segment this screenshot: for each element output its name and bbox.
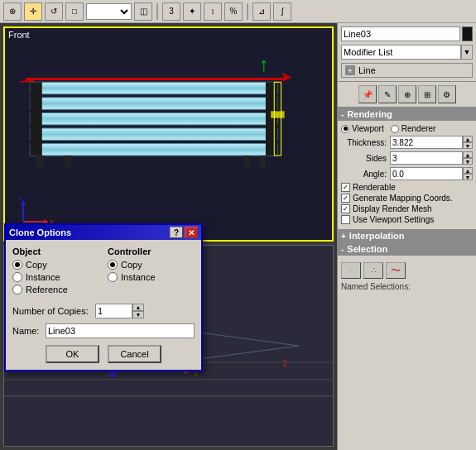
svg-rect-12 — [271, 111, 285, 117]
num-copies-up[interactable]: ▲ — [132, 304, 144, 311]
angle-spinner: ▲ ▼ — [463, 167, 473, 180]
right-panel: ▼ + Line 📌 ✎ ⊕ ⊞ ⚙ - Rendering Viewport — [337, 23, 476, 450]
line-modifier-label: Line — [358, 65, 376, 75]
ctrl-copy-radio[interactable] — [108, 260, 118, 270]
selection-section: · ∴ 〜 Named Selections: — [338, 256, 476, 294]
thickness-input[interactable] — [390, 136, 463, 149]
utility-icon[interactable]: ⚙ — [438, 85, 456, 103]
renderable-row: Renderable — [341, 183, 473, 192]
toolbar-btn-11[interactable]: ∫ — [273, 2, 291, 21]
angle-row: Angle: ▲ ▼ — [341, 167, 473, 180]
line-modifier-expand[interactable]: + — [345, 65, 355, 75]
rendering-section-header[interactable]: - Rendering — [338, 108, 476, 121]
num-copies-down[interactable]: ▼ — [132, 311, 144, 318]
display-render-row: Display Render Mesh — [341, 204, 473, 213]
object-name-row — [341, 26, 473, 41]
right-toolbar: 📌 ✎ ⊕ ⊞ ⚙ — [338, 82, 476, 108]
thickness-spinner: ▲ ▼ — [463, 136, 473, 149]
instance-radio[interactable] — [12, 272, 22, 282]
toolbar-btn-5[interactable]: ◫ — [134, 2, 152, 21]
reference-radio[interactable] — [12, 285, 22, 294]
num-copies-input[interactable] — [95, 304, 132, 318]
renderable-checkbox[interactable] — [341, 183, 350, 192]
modifier-list-arrow[interactable]: ▼ — [461, 45, 473, 60]
dialog-help-button[interactable]: ? — [170, 227, 183, 238]
line-modifier-item[interactable]: + Line — [341, 63, 473, 78]
thickness-up[interactable]: ▲ — [463, 136, 473, 142]
dialog-close-button[interactable]: ✕ — [185, 227, 198, 238]
edit-icon[interactable]: ✎ — [378, 85, 397, 103]
controller-group-label: Controller — [108, 247, 195, 256]
object-name-input[interactable] — [341, 26, 460, 41]
view-dropdown[interactable]: View — [86, 3, 132, 20]
rendering-toggle[interactable]: - — [341, 110, 344, 119]
bench-graphic — [22, 74, 295, 167]
toolbar-btn-8[interactable]: ↕ — [204, 2, 222, 21]
vertex-btn-3[interactable]: 〜 — [386, 262, 406, 279]
viewport-radio[interactable] — [341, 125, 349, 133]
link-icon[interactable]: ⊕ — [398, 85, 416, 103]
dialog-action-buttons: OK Cancel — [12, 345, 195, 363]
display-render-checkbox[interactable] — [341, 204, 350, 213]
svg-rect-1 — [30, 98, 277, 109]
sides-down[interactable]: ▼ — [463, 158, 473, 165]
name-input[interactable] — [46, 323, 195, 338]
ctrl-copy-radio-label: Copy — [121, 260, 142, 270]
thickness-down[interactable]: ▼ — [463, 142, 473, 149]
object-color-swatch[interactable] — [462, 26, 473, 41]
controller-group: Controller Copy Instance — [108, 247, 195, 297]
pin-icon[interactable]: 📌 — [358, 85, 377, 103]
toolbar-btn-2[interactable]: ✛ — [24, 2, 42, 21]
sides-up[interactable]: ▲ — [463, 151, 473, 158]
toolbar-btn-10[interactable]: ⊿ — [252, 2, 271, 21]
thickness-label: Thickness: — [341, 138, 387, 147]
use-viewport-checkbox[interactable] — [341, 215, 350, 224]
renderer-radio-label: Renderer — [401, 124, 436, 133]
svg-rect-10 — [259, 156, 266, 167]
sides-row: Sides ▲ ▼ — [341, 151, 473, 165]
toolbar-btn-3[interactable]: ↺ — [45, 2, 63, 21]
interpolation-section-header[interactable]: + Interpolation — [338, 229, 476, 242]
toolbar-btn-4[interactable]: □ — [65, 2, 84, 21]
selection-section-header[interactable]: - Selection — [338, 242, 476, 256]
name-row: Name: — [12, 323, 195, 338]
sides-input[interactable] — [390, 151, 463, 165]
interpolation-toggle[interactable]: + — [341, 232, 346, 241]
angle-up[interactable]: ▲ — [463, 167, 473, 174]
renderer-radio[interactable] — [391, 125, 399, 133]
object-group: Object Copy Instance Reference — [12, 247, 99, 297]
main-toolbar: ⊕ ✛ ↺ □ View ◫ 3 ✦ ↕ % ⊿ ∫ — [0, 0, 476, 23]
viewport-front[interactable]: Front ↙ ➤ ↑ — [3, 26, 334, 242]
vertex-btn-2[interactable]: ∴ — [363, 262, 383, 279]
instance-radio-row: Instance — [12, 272, 99, 282]
reference-radio-label: Reference — [26, 285, 68, 294]
ok-button[interactable]: OK — [46, 345, 99, 363]
angle-label: Angle: — [341, 170, 387, 179]
svg-rect-9 — [243, 156, 250, 167]
toolbar-btn-7[interactable]: ✦ — [183, 2, 201, 21]
toolbar-btn-1[interactable]: ⊕ — [3, 2, 22, 21]
object-group-label: Object — [12, 247, 99, 256]
dialog-options-columns: Object Copy Instance Reference Controlle… — [12, 247, 195, 297]
renderable-label: Renderable — [353, 183, 396, 192]
gen-mapping-checkbox[interactable] — [341, 194, 350, 203]
modifier-list-input[interactable] — [341, 45, 461, 60]
thickness-row: Thickness: ▲ ▼ — [341, 136, 473, 149]
arrow-up-icon: ↑ — [259, 53, 269, 76]
sides-spinner: ▲ ▼ — [463, 151, 473, 165]
clone-options-dialog: Clone Options ? ✕ Object Copy Instance R… — [4, 223, 203, 371]
selection-toggle[interactable]: - — [341, 245, 344, 254]
selection-label: Selection — [347, 244, 387, 254]
copy-radio[interactable] — [12, 260, 22, 270]
angle-input[interactable] — [390, 167, 463, 180]
cancel-button[interactable]: Cancel — [108, 345, 161, 363]
angle-down[interactable]: ▼ — [463, 174, 473, 180]
use-viewport-row: Use Viewport Settings — [341, 215, 473, 224]
toolbar-btn-9[interactable]: % — [224, 2, 243, 21]
vertex-btn-1[interactable]: · — [341, 262, 361, 279]
copy-radio-label: Copy — [26, 260, 47, 270]
hierarchy-icon[interactable]: ⊞ — [418, 85, 436, 103]
ctrl-instance-radio[interactable] — [108, 272, 118, 282]
toolbar-btn-6[interactable]: 3 — [162, 2, 180, 21]
instance-radio-label: Instance — [26, 272, 60, 282]
